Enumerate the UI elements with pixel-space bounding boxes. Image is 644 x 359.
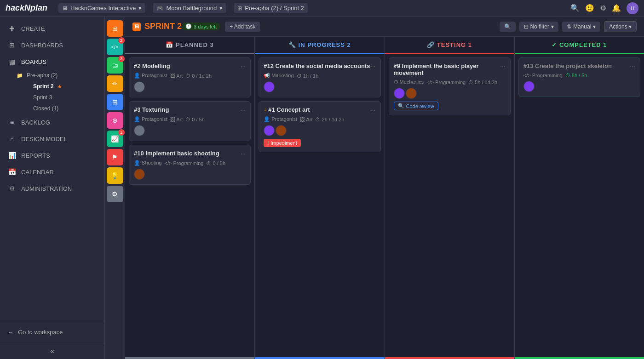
card-menu-shooting[interactable]: ··· (241, 150, 246, 157)
card-meta-skeleton: </> Programming ⏱ 5h / 5h (523, 73, 635, 78)
star-icon: ★ (58, 84, 62, 89)
avatar-movement-2 (406, 88, 417, 99)
strip-grid-icon[interactable]: ⊞ (107, 94, 123, 110)
card-title-shooting: #10 Implement basic shooting (134, 150, 241, 157)
strip-edit-icon[interactable]: ✏ (107, 75, 123, 92)
filter-button[interactable]: ⊟ No filter ▾ (519, 22, 558, 32)
sidebar-item-workspace[interactable]: ← Go to workspace (7, 325, 97, 339)
sidebar-item-calendar[interactable]: 📅 CALENDAR (0, 164, 104, 180)
card-avatars-skeleton (523, 81, 535, 92)
strip-folder-icon[interactable]: 🗂 3 (107, 57, 123, 74)
emoji-icon[interactable]: 🙂 (585, 4, 594, 12)
sidebar-sprints-sub: Sprint 2 ★ Sprint 3 Closed (1) (17, 81, 104, 114)
sidebar-nav: ✚ CREATE ⊞ DASHBOARDS ▦ BOARDS 📁 Pre-aph… (0, 17, 104, 321)
sidebar-item-reports[interactable]: 📊 REPORTS (0, 147, 104, 164)
column-body-inprogress: #12 Create the social media accounts ···… (255, 54, 384, 357)
column-header-testing: 🔗 TESTING 1 (385, 37, 514, 54)
dashboards-icon: ⊞ (7, 40, 17, 50)
magnify-icon: 🔍 (398, 103, 404, 109)
sidebar-item-preapha[interactable]: 📁 Pre-apha (2) (17, 70, 104, 81)
avatar-skeleton (523, 81, 535, 92)
column-completed: ✓ COMPLETED 1 #13 Create the project ske… (515, 37, 644, 359)
clock-icon: 🕐 (185, 23, 192, 29)
card-concept-art[interactable]: ↓ #1 Concept art ··· 👤 Protagonist 🖼 Art… (259, 101, 380, 152)
card-title-concept: #1 Concept art (268, 106, 370, 113)
card-header-concept: ↓ #1 Concept art ··· (264, 106, 375, 114)
card-footer-concept (264, 125, 375, 136)
column-testing: 🔗 TESTING 1 #9 Implement the basic playe… (385, 37, 515, 359)
card-modelling[interactable]: #2 Modelling ··· 👤 Protagonist 🖼 Art ⏱ 0… (129, 57, 251, 97)
strip-settings-icon[interactable]: ⚙ (107, 186, 123, 202)
card-header-social: #12 Create the social media accounts ··· (264, 63, 375, 70)
search-board-button[interactable]: 🔍 (500, 22, 516, 32)
strip-badge-1: 1 (118, 129, 125, 136)
check-icon: ✓ (552, 41, 559, 48)
card-player-movement[interactable]: #9 Implement the basic player movement ·… (389, 57, 511, 115)
card-avatars-texturing (134, 125, 145, 136)
board-area: ⊞ SPRINT 2 🕐 3 days left + Add task 🔍 ⊟ … (125, 17, 644, 359)
card-menu-skeleton[interactable]: ··· (630, 63, 635, 70)
sort-icon: ⇅ (567, 23, 571, 30)
sidebar-item-sprint2[interactable]: Sprint 2 ★ (33, 81, 104, 92)
sidebar-collapse-button[interactable]: « (0, 343, 104, 359)
administration-icon: ⚙ (7, 184, 17, 193)
strip-flag-icon[interactable]: ⚑ (107, 149, 123, 165)
card-menu-concept[interactable]: ··· (370, 106, 376, 114)
sidebar-item-closed[interactable]: Closed (1) (33, 103, 104, 114)
strip-bulb-icon[interactable]: 💡 (107, 167, 123, 184)
impediment-tag: ! Impediment (264, 139, 301, 147)
notifications-icon[interactable]: 🔔 (612, 4, 621, 12)
sidebar-boards-sub: 📁 Pre-apha (2) Sprint 2 ★ Sprint 3 Close… (0, 70, 104, 114)
card-social-media[interactable]: #12 Create the social media accounts ···… (259, 57, 380, 97)
card-basic-shooting[interactable]: #10 Implement basic shooting ··· 👤 Shoot… (129, 145, 251, 185)
card-title-social: #12 Create the social media accounts (264, 63, 370, 69)
search-icon[interactable]: 🔍 (570, 4, 580, 12)
card-meta-concept: 👤 Protagonist 🖼 Art ⏱ 2h / 1d 2h (264, 116, 375, 122)
sidebar-item-sprint3[interactable]: Sprint 3 (33, 92, 104, 103)
card-menu-movement[interactable]: ··· (500, 63, 506, 70)
testing-icon: 🔗 (427, 41, 437, 48)
strip-board-icon[interactable]: ⊞ (107, 20, 123, 37)
manual-button[interactable]: ⇅ Manual ▾ (562, 22, 600, 32)
sidebar-item-create[interactable]: ✚ CREATE (0, 20, 104, 37)
column-body-completed: #13 Create the project skeleton ··· </> … (515, 54, 644, 357)
exclamation-icon: ! (267, 140, 269, 146)
sprint-grid-icon: ⊞ (132, 23, 141, 31)
card-menu-social[interactable]: ··· (370, 63, 376, 70)
planned-calendar-icon: 📅 (166, 41, 176, 48)
reports-icon: 📊 (7, 151, 17, 160)
settings-icon[interactable]: ⚙ (600, 4, 606, 12)
actions-button[interactable]: Actions ▾ (604, 21, 637, 32)
strip-chart-icon[interactable]: 📈 1 (107, 131, 123, 147)
project2-selector[interactable]: 🎮 Moon Battleground ▾ (153, 3, 226, 13)
card-menu-texturing[interactable]: ··· (241, 106, 246, 114)
card-footer-social (264, 81, 375, 92)
sidebar-item-dashboards[interactable]: ⊞ DASHBOARDS (0, 37, 104, 53)
user-avatar[interactable]: U (627, 2, 638, 14)
code-review-tag[interactable]: 🔍 Code review (394, 102, 438, 110)
card-title-modelling: #2 Modelling (134, 63, 241, 69)
card-project-skeleton[interactable]: #13 Create the project skeleton ··· </> … (518, 57, 640, 97)
add-task-button[interactable]: + Add task (225, 22, 260, 32)
avatar-texturing (134, 125, 145, 136)
project1-selector[interactable]: 🖥 HacknGames Interactive ▾ (58, 3, 145, 13)
card-header-movement: #9 Implement the basic player movement ·… (394, 63, 506, 76)
scroll-bar-planned (125, 357, 254, 359)
strip-code-icon[interactable]: </> 2 (107, 39, 123, 55)
column-body-planned: #2 Modelling ··· 👤 Protagonist 🖼 Art ⏱ 0… (125, 54, 254, 357)
card-menu-modelling[interactable]: ··· (241, 63, 246, 70)
icon-strip: ⊞ </> 2 🗂 3 ✏ ⊞ ⊕ 📈 1 ⚑ 💡 ⚙ (105, 17, 125, 359)
sidebar-item-backlog[interactable]: ≡ BACKLOG (0, 114, 104, 131)
card-meta-modelling: 👤 Protagonist 🖼 Art ⏱ 0 / 1d 2h (134, 73, 246, 79)
sprint-title: ⊞ SPRINT 2 (132, 22, 182, 31)
strip-plus-icon[interactable]: ⊕ (107, 112, 123, 129)
card-avatars-movement (394, 88, 417, 99)
logo: hackNplan (6, 3, 47, 13)
card-footer-skeleton (523, 81, 635, 92)
workspace-icon: ← (7, 329, 13, 336)
sidebar-item-administration[interactable]: ⚙ ADMINISTRATION (0, 180, 104, 197)
sidebar-item-design-model[interactable]: ⑃ DESIGN MODEL (0, 131, 104, 147)
calendar-icon: 📅 (7, 167, 17, 177)
card-texturing[interactable]: #3 Texturing ··· 👤 Protagonist 🖼 Art ⏱ 0… (129, 101, 251, 141)
sidebar-item-boards[interactable]: ▦ BOARDS (0, 53, 104, 70)
